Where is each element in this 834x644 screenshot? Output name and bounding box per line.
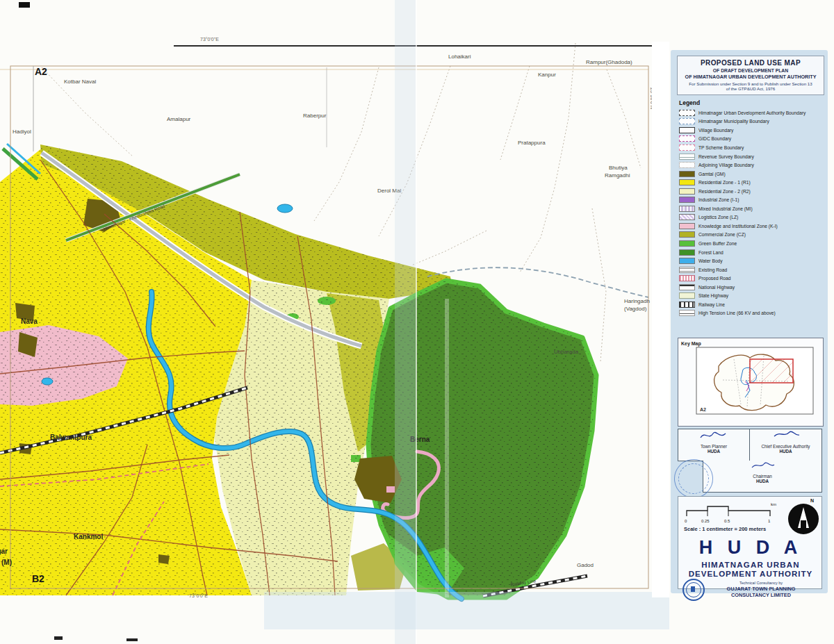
- legend-swatch-water: [679, 258, 695, 264]
- signature-icon: [770, 429, 802, 440]
- signature-org: HUDA: [750, 449, 821, 454]
- signature-cell-chairman: Chairman HUDA: [703, 461, 822, 493]
- legend-row: Revenue Survey Boundary: [679, 152, 824, 161]
- legend-row: Himatnagar Urban Development Authority B…: [679, 108, 824, 117]
- legend-row: Residential Zone - 1 (R1): [679, 178, 824, 187]
- legend-row: Commercial Zone (CZ): [679, 231, 824, 240]
- legend-label: Railway Line: [698, 302, 725, 307]
- legend-row: National Highway: [679, 283, 824, 292]
- legend-label: Residential Zone - 2 (R2): [698, 189, 751, 194]
- signature-title: Town Planner: [678, 444, 749, 449]
- map-label: Rampur(Ghadoda): [586, 59, 632, 65]
- map-label: Lohaikari: [448, 53, 471, 60]
- map-title: PROPOSED LAND USE MAP: [679, 59, 822, 67]
- act-note: of the GTP&UD Act, 1976: [679, 86, 822, 91]
- legend-row: Forest Land: [679, 248, 824, 257]
- map-label-village: (M): [1, 559, 12, 566]
- legend-row: Railway Line: [679, 300, 824, 309]
- map-label: Pratappura: [518, 140, 546, 146]
- legend-label: Logistics Zone (LZ): [698, 215, 738, 220]
- signature-org: HUDA: [678, 449, 749, 454]
- legend-swatch-commercial: [679, 231, 695, 238]
- legend-swatch-residential1: [679, 179, 695, 185]
- map-label: Ramgadhi: [605, 172, 630, 179]
- map-label: Ubharada: [554, 349, 579, 355]
- signature-title: Chief Executive Authority: [750, 444, 821, 449]
- legend-row: High Tension Line (66 KV and above): [679, 309, 824, 318]
- legend-swatch-green-buffer: [679, 240, 695, 247]
- map-label-village: Himatnagar: [0, 547, 8, 555]
- map-sheet: Hadiyol Kotbar Naval Amalapur Raberpur L…: [0, 0, 669, 644]
- legend-swatch-national-highway: [679, 284, 695, 290]
- legend-swatch-forest: [679, 249, 695, 256]
- legend-swatch-adjoining-boundary: [679, 162, 695, 168]
- consultancy-name-line2: CONSULTANCY LIMITED: [699, 592, 823, 598]
- legend-row: Industrial Zone (I-1): [679, 195, 824, 204]
- legend-row: GIDC Boundary: [679, 135, 824, 144]
- signature-org: HUDA: [703, 479, 821, 484]
- sheet-corner-label-bottom: B2: [32, 573, 44, 584]
- north-arrow-icon: [788, 504, 819, 534]
- legend-label: National Highway: [698, 285, 735, 290]
- legend-row: TP Scheme Boundary: [679, 143, 824, 152]
- title-block: PROPOSED LAND USE MAP OF DRAFT DEVELOPME…: [677, 56, 824, 95]
- map-label: (Vagdod): [624, 306, 647, 312]
- map-subtitle2: OF HIMATNAGAR URBAN DEVELOPMENT AUTHORIT…: [679, 74, 822, 80]
- legend-swatch-state-highway: [679, 292, 695, 299]
- signature-block: Town Planner HUDA Chief Executive Author…: [678, 429, 822, 495]
- legend-label: Knowledge and Institutional Zone (K-I): [698, 224, 778, 229]
- legend-label: Residential Zone - 1 (R1): [698, 180, 751, 185]
- legend-label: Green Buffer Zone: [698, 241, 737, 246]
- legend-swatch-survey-boundary: [679, 154, 695, 160]
- authority-acronym: H U D A: [678, 537, 823, 559]
- legend-label: Himatnagar Municipality Boundary: [698, 119, 769, 124]
- scale-tick: 0: [685, 519, 687, 523]
- map-label: Hadiyol: [13, 129, 31, 135]
- sheet-corner-label-top: A2: [35, 66, 47, 77]
- key-map-heading: Key Map: [681, 341, 701, 347]
- legend-row: Village Boundary: [679, 126, 824, 135]
- map-label: Bhutiya: [609, 165, 628, 171]
- scale-brand-block: 0 0.25 0.5 1 km Scale : 1 centimeter = 2…: [678, 496, 822, 589]
- legend-label: Himatnagar Urban Development Authority B…: [698, 110, 806, 115]
- authority-name-line2: DEVELOPMENT AUTHORITY: [678, 570, 823, 578]
- legend-label: Proposed Road: [698, 276, 730, 281]
- map-subtitle: OF DRAFT DEVELOPMENT PLAN: [679, 68, 822, 73]
- signature-icon: [698, 429, 730, 440]
- legend-swatch-municipality-boundary: [679, 118, 695, 124]
- legend-label: Revenue Survey Boundary: [698, 154, 754, 159]
- scanned-map-page: Hadiyol Kotbar Naval Amalapur Raberpur L…: [0, 0, 834, 644]
- legend-swatch-logistics: [679, 214, 695, 220]
- coordinate-bottom: 73°0'0"E: [189, 593, 208, 598]
- authority-name-line1: HIMATNAGAR URBAN: [678, 561, 823, 569]
- key-map-sheet-ref: A2: [700, 407, 706, 412]
- legend-swatch-gamtal: [679, 171, 695, 177]
- legend-swatch-railway: [679, 302, 695, 308]
- coordinate-top: 73°0'0"E: [200, 37, 219, 42]
- map-label-village: Balwantpura: [50, 434, 92, 441]
- legend-label: TP Scheme Boundary: [698, 145, 744, 150]
- scale-bar: [684, 502, 781, 520]
- legend-row: State Highway: [679, 291, 824, 300]
- map-label: Amalapur: [167, 116, 191, 122]
- north-label: N: [810, 498, 814, 503]
- legend-heading: Legend: [679, 99, 700, 106]
- legend-swatch-existing-road: [679, 267, 695, 273]
- legend-label: Forest Land: [698, 250, 723, 255]
- consultancy-prefix: Technical Consultancy by: [699, 581, 823, 585]
- submission-note: For Submission under Section 9 and to Pu…: [679, 81, 822, 86]
- scale-tick: 0.25: [701, 519, 710, 523]
- consultancy-name-line1: GUJARAT TOWN PLANNING: [699, 586, 823, 592]
- legend-row: Mixed Industrial Zone (MI): [679, 204, 824, 213]
- legend-label: Adjoining Village Boundary: [698, 163, 754, 167]
- map-label-village: Kankmol: [74, 533, 103, 540]
- legend-label: State Highway: [698, 293, 728, 298]
- signature-cell-town-planner: Town Planner HUDA: [678, 429, 750, 461]
- signature-icon: [746, 461, 778, 470]
- signature-title: Chairman: [703, 474, 821, 479]
- signature-cell-chief-executive: Chief Executive Authority HUDA: [750, 429, 822, 461]
- scale-unit: km: [771, 502, 776, 506]
- map-label: Kanpur: [538, 72, 556, 78]
- legend-label: Commercial Zone (CZ): [698, 232, 746, 237]
- scale-tick: 0.5: [724, 519, 730, 523]
